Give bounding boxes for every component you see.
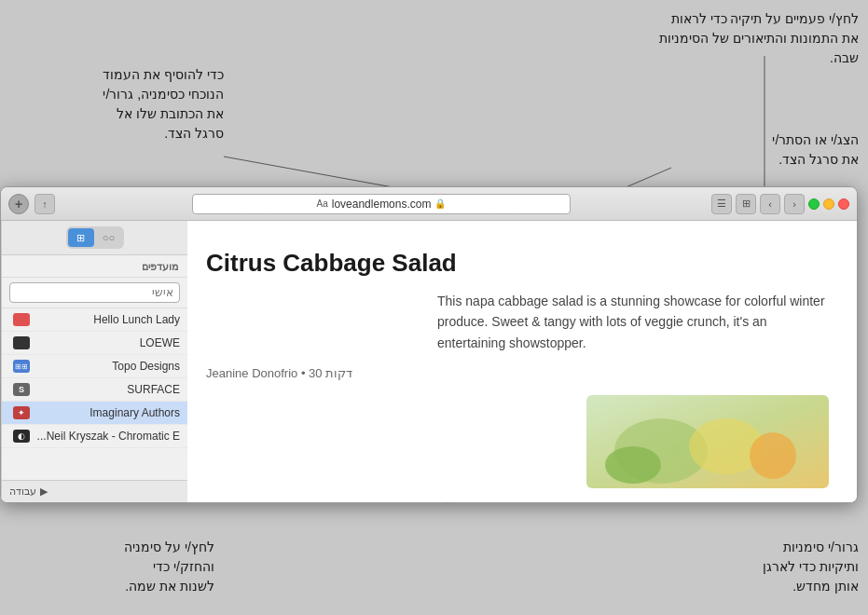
- bookmark-item-imaginary-authors[interactable]: ✦ Imaginary Authors: [2, 402, 187, 425]
- bookmark-item-neil[interactable]: ◐ Neil Kryszak - Chromatic E...: [2, 425, 187, 448]
- split-view-button[interactable]: ⊞: [736, 194, 756, 214]
- article-title: Citrus Cabbage Salad: [206, 249, 829, 278]
- add-bookmark-button[interactable]: +: [8, 194, 29, 214]
- bookmark-item-topo-designs[interactable]: ⊞⊞ Topo Designs: [2, 355, 187, 378]
- bookmark-favicon-0: [13, 313, 30, 326]
- article-meta: Jeanine Donofrio • 30 דקות: [206, 366, 829, 380]
- bookmark-list: Hello Lunch Lady LOEWE ⊞⊞ Topo Designs S…: [2, 308, 187, 448]
- callout-top-left: כדי להוסיף את העמוד הנוכחי כסימניה, גרור…: [19, 65, 224, 144]
- url-text: loveandlemons.com: [332, 198, 432, 211]
- reader-mode-icon: Aa: [317, 198, 328, 209]
- share-button[interactable]: ↑: [34, 194, 55, 214]
- callout-bottom-left: לחץ/י על סימניה והחזק/י כדי לשנות את שמה…: [19, 538, 214, 596]
- sidebar-filter-input[interactable]: [9, 282, 180, 303]
- callout-top-right: לחץ/י פעמיים על תיקיה כדי לראות את התמונ…: [654, 9, 859, 68]
- tab-bookmarks[interactable]: ⊞: [68, 228, 94, 247]
- bookmark-favicon-4: ✦: [13, 406, 30, 419]
- forward-button[interactable]: ›: [784, 194, 805, 214]
- callout-mid-right: הצג/י או הסתר/י את סרגל הצד.: [691, 130, 859, 170]
- article-body: This napa cabbage salad is a stunning sh…: [437, 291, 829, 353]
- main-content: Citrus Cabbage Salad This napa cabbage s…: [187, 221, 857, 502]
- bookmarks-sidebar: ○○ ⊞ מועדפים Hello Lunch Lady LOEWE: [1, 221, 187, 502]
- bookmark-item-surface[interactable]: S SURFACE: [2, 378, 187, 402]
- folder-arrow-icon: ▶: [40, 485, 48, 498]
- toolbar-right: ☰ ⊞ ‹ ›: [711, 194, 849, 214]
- bookmark-item-hello-lunch-lady[interactable]: Hello Lunch Lady: [2, 308, 187, 332]
- svg-point-9: [605, 446, 661, 484]
- traffic-yellow[interactable]: [823, 198, 834, 210]
- bookmark-item-loewe[interactable]: LOEWE: [2, 332, 187, 355]
- address-bar[interactable]: Aa loveandlemons.com 🔒: [192, 194, 571, 214]
- bookmark-favicon-3: S: [13, 383, 30, 396]
- bookmark-favicon-2: ⊞⊞: [13, 360, 30, 373]
- svg-point-8: [750, 432, 796, 479]
- bookmark-favicon-5: ◐: [13, 430, 30, 443]
- sidebar-search-container: [2, 278, 187, 308]
- traffic-red[interactable]: [838, 198, 849, 210]
- lock-icon: 🔒: [434, 198, 446, 209]
- sidebar-tab-group: ○○ ⊞: [66, 226, 124, 249]
- bookmark-favicon-1: [13, 336, 30, 349]
- sidebar-tabs: ○○ ⊞: [2, 221, 187, 255]
- sidebar-footer-label: עבודה: [9, 485, 36, 498]
- browser-toolbar: + ↑ Aa loveandlemons.com 🔒 ☰ ⊞ ‹ ›: [1, 187, 857, 221]
- sidebar-toggle-button[interactable]: ☰: [711, 194, 732, 214]
- back-button[interactable]: ‹: [760, 194, 780, 214]
- browser-body: Citrus Cabbage Salad This napa cabbage s…: [1, 221, 857, 502]
- sidebar-section-favorites: מועדפים: [2, 255, 187, 278]
- tab-reading-list[interactable]: ○○: [96, 228, 122, 247]
- article-image: [586, 395, 829, 488]
- traffic-green[interactable]: [808, 198, 820, 210]
- browser-window: + ↑ Aa loveandlemons.com 🔒 ☰ ⊞ ‹ › Citru…: [0, 186, 858, 503]
- callout-bottom-right: גרור/י סימניות ותיקיות כדי לארגן אותן מח…: [672, 538, 859, 596]
- sidebar-footer-work[interactable]: ▶ עבודה: [2, 480, 187, 502]
